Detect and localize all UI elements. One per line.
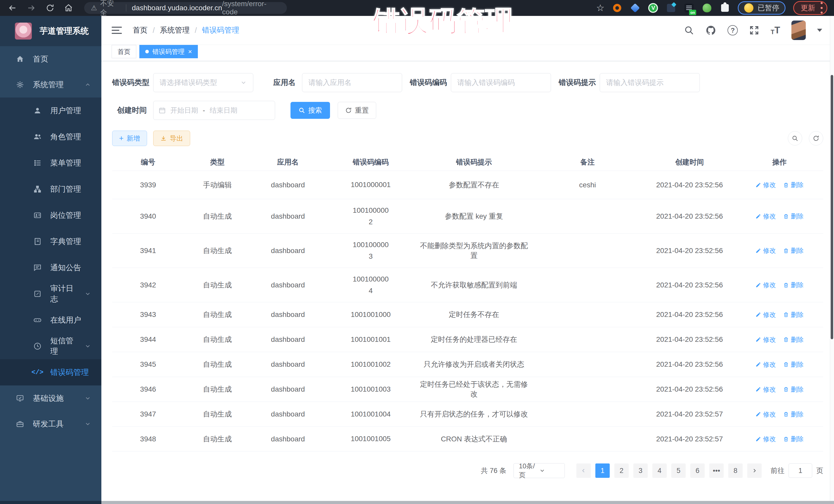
profile-paused-pill[interactable]: 已暂停 — [738, 1, 786, 15]
search-button[interactable]: 搜索 — [290, 102, 330, 119]
page-ellipsis-button[interactable]: ••• — [709, 463, 724, 478]
sidebar-item-online-users[interactable]: 在线用户 — [0, 307, 101, 333]
sidebar-item-error-code-management[interactable]: </> 错误码管理 — [0, 359, 101, 386]
user-avatar[interactable] — [791, 21, 806, 40]
chevron-down-icon[interactable] — [817, 29, 822, 32]
goto-label: 前往 — [771, 466, 785, 475]
sidebar-item-announcement[interactable]: 通知公告 — [0, 255, 101, 281]
close-icon[interactable]: × — [188, 48, 192, 55]
error-code-hint-input[interactable] — [600, 73, 700, 92]
sidebar-item-role-management[interactable]: 角色管理 — [0, 124, 101, 150]
cell-code: 100100000 3 — [325, 239, 416, 262]
browser-home-icon[interactable] — [64, 4, 73, 12]
page-button-4[interactable]: 4 — [652, 463, 667, 478]
delete-link[interactable]: 删除 — [783, 335, 804, 344]
edit-link[interactable]: 修改 — [755, 335, 776, 344]
prev-page-button[interactable] — [576, 463, 591, 478]
github-icon[interactable] — [705, 25, 716, 36]
extension-puzzle-icon[interactable] — [720, 3, 730, 13]
page-button-1[interactable]: 1 — [595, 463, 610, 478]
delete-link[interactable]: 删除 — [783, 281, 804, 289]
add-button[interactable]: + 新增 — [112, 131, 147, 146]
edit-link[interactable]: 修改 — [755, 181, 776, 189]
app-name-input[interactable] — [302, 73, 402, 92]
delete-link[interactable]: 删除 — [783, 435, 804, 443]
edit-link[interactable]: 修改 — [755, 212, 776, 220]
error-code-type-select[interactable]: 请选择错误码类型 — [153, 73, 253, 92]
extension-gem-icon[interactable] — [630, 3, 640, 13]
edit-link[interactable]: 修改 — [755, 410, 776, 419]
browser-reload-icon[interactable] — [46, 4, 54, 12]
sidebar-item-department-management[interactable]: 部门管理 — [0, 176, 101, 202]
calendar-icon — [159, 107, 166, 114]
export-button[interactable]: 导出 — [153, 131, 190, 146]
error-code-table: 编号 类型 应用名 错误码编码 错误码提示 备注 创建时间 操作 3939 手动… — [112, 154, 823, 452]
cell-id: 3945 — [112, 360, 184, 369]
page-button-3[interactable]: 3 — [633, 463, 648, 478]
tab-error-code-management[interactable]: 错误码管理 × — [139, 45, 198, 58]
cell-type: 自动生成 — [184, 310, 251, 320]
cell-app: dashboard — [251, 360, 325, 369]
extension-green-icon[interactable]: V — [648, 3, 658, 13]
page-button-5[interactable]: 5 — [671, 463, 686, 478]
tab-home[interactable]: 首页 — [112, 45, 136, 58]
browser-menu-icon[interactable]: ••• — [820, 1, 823, 15]
sidebar-item-dictionary-management[interactable]: 字典管理 — [0, 228, 101, 255]
browser-back-icon[interactable] — [8, 3, 17, 13]
edit-link[interactable]: 修改 — [755, 435, 776, 443]
hamburger-menu-icon[interactable] — [112, 27, 122, 34]
search-button-label: 搜索 — [308, 106, 322, 115]
refresh-table-button[interactable] — [809, 131, 823, 146]
extension-switch-icon[interactable]: on — [684, 3, 694, 13]
delete-link[interactable]: 删除 — [783, 246, 804, 255]
sidebar-item-home[interactable]: 首页 — [0, 46, 101, 72]
delete-link[interactable]: 删除 — [783, 310, 804, 319]
delete-link[interactable]: 删除 — [783, 212, 804, 220]
browser-update-button[interactable]: 更新 ••• — [793, 1, 827, 15]
fullscreen-icon[interactable] — [749, 25, 759, 36]
search-icon[interactable] — [684, 25, 694, 36]
address-bar[interactable]: ⚠ 不安全 dashboard.yudao.iocoder.cn/system/… — [84, 2, 287, 14]
sidebar-item-audit-log[interactable]: 审计日志 — [0, 281, 101, 307]
sidebar-item-system-management[interactable]: 系统管理 — [0, 72, 101, 97]
delete-link[interactable]: 删除 — [783, 410, 804, 419]
sidebar-item-sms-management[interactable]: 短信管理 — [0, 333, 101, 359]
delete-link[interactable]: 删除 — [783, 181, 804, 189]
sidebar-item-menu-management[interactable]: 菜单管理 — [0, 150, 101, 176]
end-date-placeholder: 结束日期 — [210, 106, 237, 115]
error-code-code-input[interactable] — [451, 73, 551, 92]
delete-link[interactable]: 删除 — [783, 360, 804, 369]
browser-forward-icon[interactable] — [27, 3, 36, 13]
bookmark-star-icon[interactable]: ☆ — [596, 3, 604, 13]
sidebar-item-user-management[interactable]: 用户管理 — [0, 97, 101, 124]
goto-page-input[interactable] — [789, 463, 812, 478]
page-button-8[interactable]: 8 — [728, 463, 743, 478]
extension-orange-icon[interactable] — [612, 3, 622, 13]
sidebar-item-dev-tools[interactable]: 研发工具 — [0, 411, 101, 437]
page-button-6[interactable]: 6 — [690, 463, 705, 478]
page-size-select[interactable]: 10条/页 — [513, 463, 565, 478]
scrollbar-thumb[interactable] — [831, 75, 833, 339]
edit-link[interactable]: 修改 — [755, 246, 776, 255]
cell-hint: 只允许修改为开启或者关闭状态 — [416, 359, 532, 369]
delete-link[interactable]: 删除 — [783, 385, 804, 394]
reset-button[interactable]: 重置 — [338, 102, 376, 119]
font-size-icon[interactable]: TT — [771, 25, 780, 36]
edit-link[interactable]: 修改 — [755, 360, 776, 369]
breadcrumb-item[interactable]: 首页 — [133, 25, 148, 36]
edit-link[interactable]: 修改 — [755, 310, 776, 319]
app-logo-row[interactable]: 芋道管理系统 — [0, 16, 101, 46]
extension-grid-icon[interactable] — [666, 3, 676, 13]
edit-link[interactable]: 修改 — [755, 385, 776, 394]
show-search-toggle-button[interactable] — [788, 131, 802, 146]
sidebar-item-post-management[interactable]: 岗位管理 — [0, 202, 101, 228]
breadcrumb-item[interactable]: 系统管理 — [160, 25, 190, 36]
edit-link[interactable]: 修改 — [755, 281, 776, 289]
next-page-button[interactable] — [747, 463, 762, 478]
sidebar-item-infrastructure[interactable]: 基础设施 — [0, 386, 101, 411]
extension-bot-icon[interactable] — [702, 3, 712, 13]
date-range-picker[interactable]: 开始日期 - 结束日期 — [153, 101, 275, 120]
help-icon[interactable]: ? — [727, 25, 738, 36]
page-button-2[interactable]: 2 — [614, 463, 629, 478]
page-scrollbar[interactable] — [830, 16, 834, 504]
